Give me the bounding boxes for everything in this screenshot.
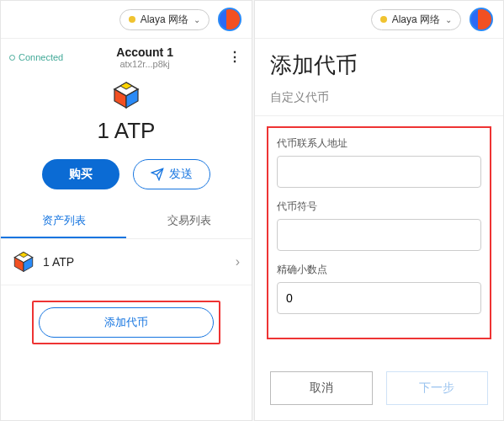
add-token-panel: Alaya 网络 ⌄ 添加代币 自定义代币 代币联系人地址 代币符号 精确小数点… bbox=[254, 0, 504, 421]
network-label: Alaya 网络 bbox=[141, 13, 188, 27]
decimals-label: 精确小数点 bbox=[277, 263, 481, 277]
wallet-main-panel: Alaya 网络 ⌄ Connected Account 1 atx12r...… bbox=[0, 0, 252, 421]
account-selector[interactable]: Account 1 atx12r...p8kj bbox=[63, 45, 226, 69]
contract-label: 代币联系人地址 bbox=[277, 136, 481, 151]
network-selector[interactable]: Alaya 网络 ⌄ bbox=[119, 9, 210, 30]
add-token-button[interactable]: 添加代币 bbox=[39, 307, 214, 338]
cube-icon bbox=[13, 251, 34, 273]
field-contract: 代币联系人地址 bbox=[277, 136, 481, 188]
balance-display: 1 ATP bbox=[1, 118, 252, 144]
cube-icon bbox=[112, 81, 141, 109]
page-title: 添加代币 bbox=[255, 39, 503, 85]
symbol-label: 代币符号 bbox=[277, 200, 481, 214]
token-logo bbox=[1, 81, 252, 109]
tab-assets[interactable]: 资产列表 bbox=[1, 205, 126, 238]
contract-input[interactable] bbox=[277, 156, 481, 188]
topbar: Alaya 网络 ⌄ bbox=[255, 1, 503, 39]
chevron-down-icon: ⌄ bbox=[194, 15, 200, 24]
send-label: 发送 bbox=[169, 167, 193, 182]
tab-transactions[interactable]: 交易列表 bbox=[126, 205, 252, 238]
account-avatar[interactable] bbox=[218, 8, 241, 31]
tab-custom-token[interactable]: 自定义代币 bbox=[255, 85, 503, 116]
next-button[interactable]: 下一步 bbox=[386, 371, 489, 405]
account-address: atx12r...p8kj bbox=[63, 59, 226, 69]
network-selector[interactable]: Alaya 网络 ⌄ bbox=[371, 9, 461, 30]
form-footer: 取消 下一步 bbox=[255, 371, 503, 420]
account-row: Connected Account 1 atx12r...p8kj ⋮ bbox=[1, 39, 252, 76]
cancel-button[interactable]: 取消 bbox=[270, 371, 373, 405]
account-menu-button[interactable]: ⋮ bbox=[226, 51, 243, 64]
action-buttons: 购买 发送 bbox=[1, 159, 252, 189]
symbol-input[interactable] bbox=[277, 219, 481, 251]
topbar: Alaya 网络 ⌄ bbox=[1, 1, 252, 39]
asset-row[interactable]: 1 ATP › bbox=[1, 239, 252, 285]
network-status-dot-icon bbox=[129, 16, 135, 23]
decimals-input[interactable] bbox=[277, 282, 481, 314]
connected-label: Connected bbox=[19, 52, 63, 62]
chevron-right-icon: › bbox=[236, 254, 240, 269]
tabs: 资产列表 交易列表 bbox=[1, 205, 252, 239]
network-label: Alaya 网络 bbox=[392, 13, 440, 27]
account-avatar[interactable] bbox=[470, 8, 493, 31]
asset-name: 1 ATP bbox=[43, 255, 227, 269]
token-form-highlight: 代币联系人地址 代币符号 精确小数点 bbox=[267, 126, 491, 339]
chevron-down-icon: ⌄ bbox=[445, 15, 452, 24]
add-token-highlight: 添加代币 bbox=[32, 301, 220, 344]
connected-dot-icon bbox=[9, 55, 15, 61]
account-name: Account 1 bbox=[63, 45, 226, 59]
buy-label: 购买 bbox=[69, 167, 93, 182]
send-button[interactable]: 发送 bbox=[133, 159, 210, 189]
field-symbol: 代币符号 bbox=[277, 200, 481, 251]
connection-status[interactable]: Connected bbox=[9, 52, 63, 62]
buy-button[interactable]: 购买 bbox=[42, 159, 119, 189]
network-status-dot-icon bbox=[380, 16, 387, 23]
field-decimals: 精确小数点 bbox=[277, 263, 481, 314]
send-icon bbox=[151, 168, 164, 181]
